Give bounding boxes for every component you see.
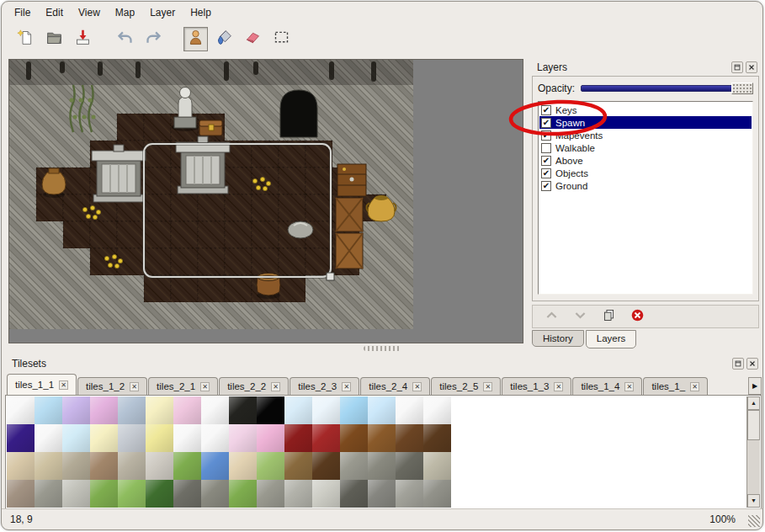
tab-close-icon[interactable]: ✕ xyxy=(483,382,492,391)
palette-tile[interactable] xyxy=(201,480,229,508)
menu-item-file[interactable]: File xyxy=(7,3,38,22)
layer-row-walkable[interactable]: Walkable xyxy=(539,141,752,154)
palette-tile[interactable] xyxy=(173,480,201,508)
palette-tile[interactable] xyxy=(312,452,340,480)
tab-close-icon[interactable]: ✕ xyxy=(59,380,68,390)
delete-layer-button[interactable] xyxy=(629,308,645,325)
palette-tile[interactable] xyxy=(340,480,368,508)
palette-tile[interactable] xyxy=(201,452,229,480)
palette-tile[interactable] xyxy=(312,480,340,508)
palette-tile[interactable] xyxy=(229,480,257,508)
map-canvas[interactable] xyxy=(8,59,523,343)
resize-grip[interactable] xyxy=(748,515,760,527)
open-button[interactable] xyxy=(42,27,66,51)
palette-tile[interactable] xyxy=(312,396,340,424)
move-layer-up-button[interactable] xyxy=(543,308,560,325)
palette-scrollbar[interactable]: ▲ ▼ xyxy=(746,396,760,508)
layer-checkbox-above[interactable]: ✔ xyxy=(541,156,551,166)
stamp-button[interactable] xyxy=(183,27,208,51)
move-layer-down-button[interactable] xyxy=(571,308,588,325)
new-button[interactable] xyxy=(13,27,38,51)
layer-checkbox-objects[interactable]: ✔ xyxy=(541,168,551,178)
save-button[interactable] xyxy=(71,27,95,51)
layer-row-keys[interactable]: ✔Keys xyxy=(539,104,752,116)
palette-tile[interactable] xyxy=(284,424,312,452)
layer-checkbox-keys[interactable]: ✔ xyxy=(541,105,551,115)
float-tilesets-button[interactable] xyxy=(732,358,744,370)
palette-tile[interactable] xyxy=(423,480,451,508)
palette-tile[interactable] xyxy=(423,452,451,480)
tabs-scroll-right-button[interactable]: ▶ xyxy=(748,377,762,395)
palette-tile[interactable] xyxy=(284,480,312,508)
tab-close-icon[interactable]: ✕ xyxy=(342,382,351,391)
palette-tile[interactable] xyxy=(368,396,396,424)
palette-tile[interactable] xyxy=(118,452,146,480)
palette-tile[interactable] xyxy=(35,452,62,480)
palette-tile[interactable] xyxy=(90,424,118,452)
palette-tile[interactable] xyxy=(396,424,423,452)
palette-tile[interactable] xyxy=(396,480,423,508)
layer-row-above[interactable]: ✔Above xyxy=(539,154,752,167)
menu-item-layer[interactable]: Layer xyxy=(142,3,183,22)
layer-checkbox-walkable[interactable] xyxy=(541,143,551,153)
palette-tile[interactable] xyxy=(35,424,62,452)
tileset-tab-tiles_2_4[interactable]: tiles_2_4✕ xyxy=(360,377,430,395)
close-panel-button[interactable] xyxy=(746,61,757,73)
layer-checkbox-mapevents[interactable]: ✔ xyxy=(541,130,551,141)
palette-tile[interactable] xyxy=(7,480,35,508)
tileset-tab-tiles_2_2[interactable]: tiles_2_2✕ xyxy=(219,377,289,395)
tileset-tab-tiles_2_3[interactable]: tiles_2_3✕ xyxy=(290,377,359,395)
layer-row-objects[interactable]: ✔Objects xyxy=(539,167,752,179)
palette-tile[interactable] xyxy=(423,424,451,452)
tab-close-icon[interactable]: ✕ xyxy=(130,382,139,391)
layer-checkbox-spawn[interactable]: ✔ xyxy=(541,118,551,128)
splitter-handle[interactable] xyxy=(364,346,401,351)
palette-tile[interactable] xyxy=(257,452,284,480)
palette-tile[interactable] xyxy=(423,396,451,424)
palette-tile[interactable] xyxy=(146,424,173,452)
palette-tile[interactable] xyxy=(62,480,90,508)
palette-tile[interactable] xyxy=(62,396,90,424)
palette-tile[interactable] xyxy=(146,480,173,508)
palette-tile[interactable] xyxy=(312,424,340,452)
map-view[interactable] xyxy=(9,60,413,329)
redo-button[interactable] xyxy=(141,27,166,51)
tab-close-icon[interactable]: ✕ xyxy=(690,382,699,391)
palette-tile[interactable] xyxy=(229,424,257,452)
palette-tile[interactable] xyxy=(257,480,284,508)
palette-tile[interactable] xyxy=(146,452,173,480)
palette-tile[interactable] xyxy=(340,424,368,452)
tileset-tab-tiles_1_4[interactable]: tiles_1_4✕ xyxy=(572,377,642,395)
tileset-tab-tiles_2_5[interactable]: tiles_2_5✕ xyxy=(431,377,501,395)
opacity-slider[interactable] xyxy=(581,82,753,95)
opacity-slider-handle[interactable] xyxy=(731,82,753,94)
palette-tile[interactable] xyxy=(340,452,368,480)
menu-item-help[interactable]: Help xyxy=(183,3,219,22)
palette-tile[interactable] xyxy=(62,424,90,452)
tileset-tab-tiles_1_1[interactable]: tiles_1_1✕ xyxy=(7,374,77,395)
palette-tile[interactable] xyxy=(173,452,201,480)
undo-button[interactable] xyxy=(113,27,137,51)
duplicate-layer-button[interactable] xyxy=(600,308,617,325)
tileset-tab-tiles_1_2[interactable]: tiles_1_2✕ xyxy=(77,377,147,395)
palette-tile[interactable] xyxy=(7,396,35,424)
palette-tile[interactable] xyxy=(62,452,90,480)
select-button[interactable] xyxy=(269,27,294,51)
palette-tile[interactable] xyxy=(118,424,146,452)
tileset-tab-tiles_1_[interactable]: tiles_1_✕ xyxy=(643,377,708,395)
palette-tile[interactable] xyxy=(368,480,396,508)
palette-tile[interactable] xyxy=(368,424,396,452)
tileset-tab-tiles_1_3[interactable]: tiles_1_3✕ xyxy=(502,377,571,395)
dock-tab-layers[interactable]: Layers xyxy=(586,330,637,348)
palette-tile[interactable] xyxy=(284,452,312,480)
palette-tile[interactable] xyxy=(90,480,118,508)
palette-tile[interactable] xyxy=(257,424,284,452)
tab-close-icon[interactable]: ✕ xyxy=(624,382,634,391)
opacity-slider-track[interactable] xyxy=(581,85,752,92)
palette-tile[interactable] xyxy=(7,452,35,480)
menu-item-edit[interactable]: Edit xyxy=(38,3,71,22)
tab-close-icon[interactable]: ✕ xyxy=(200,382,210,391)
palette-tile[interactable] xyxy=(90,452,118,480)
palette-tile[interactable] xyxy=(7,424,35,452)
palette-tile[interactable] xyxy=(340,396,368,424)
